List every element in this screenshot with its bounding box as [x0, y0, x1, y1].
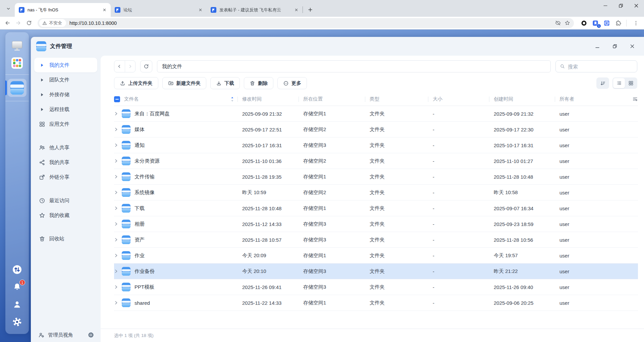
forward-button[interactable] [13, 18, 23, 28]
column-header[interactable]: 所在位置 [299, 96, 365, 102]
toolbar-button[interactable]: 下载 [210, 77, 240, 89]
sidebar-item[interactable]: 团队文件 [31, 72, 101, 87]
file-type: 文件夹 [365, 252, 428, 259]
table-row[interactable]: 下载 2025-11-28 10:48 存储空间1 文件夹 - 2025-09-… [114, 201, 638, 216]
sort-arrows-icon[interactable] [230, 96, 234, 102]
nav-forward-button[interactable] [125, 61, 136, 72]
window-close-button[interactable] [627, 41, 638, 51]
back-button[interactable] [2, 18, 13, 28]
browser-tab[interactable]: 论坛 [111, 3, 207, 17]
extension-chat-button[interactable] [602, 18, 611, 28]
column-header[interactable]: 所有者 [555, 96, 625, 102]
sidebar-item[interactable]: 远程挂载 [31, 102, 101, 117]
browser-menu-button[interactable] [631, 18, 641, 28]
toolbar-button[interactable]: 删除 [244, 77, 273, 89]
table-row[interactable]: 媒体 2025-09-17 22:51 存储空间2 文件夹 - 2025-09-… [114, 122, 638, 137]
tab-close-button[interactable] [102, 7, 107, 13]
table-row[interactable]: 通知 2025-10-17 16:31 存储空间3 文件夹 - 2025-10-… [114, 137, 638, 153]
table-row[interactable]: 文件传输 2025-11-28 19:35 存储空间1 文件夹 - 2025-1… [114, 169, 638, 185]
tab-close-button[interactable] [293, 7, 299, 13]
column-settings-button[interactable] [625, 96, 638, 102]
browser-tab[interactable]: nas - 飞牛 fnOS [15, 3, 111, 17]
expand-chevron-icon[interactable] [114, 285, 118, 289]
table-row[interactable]: shared 2025-11-22 14:33 存储空间1 文件夹 - 2025… [114, 295, 638, 311]
tab-close-button[interactable] [198, 7, 203, 13]
eye-off-button[interactable] [553, 18, 562, 28]
grid-view-button[interactable] [625, 78, 637, 88]
sidebar-item[interactable]: 我的共享 [31, 155, 101, 170]
browser-minimize-button[interactable] [598, 0, 613, 11]
sidebar-item[interactable]: 我的收藏 [31, 208, 101, 223]
window-minimize-button[interactable] [592, 41, 603, 51]
expand-chevron-icon[interactable] [114, 127, 118, 131]
table-row[interactable]: 未分类资源 2025-11-10 01:36 存储空间2 文件夹 - 2025-… [114, 153, 638, 169]
expand-chevron-icon[interactable] [114, 269, 118, 273]
new-tab-button[interactable] [306, 5, 315, 14]
expand-chevron-icon[interactable] [114, 253, 118, 258]
dock-file-manager-button[interactable] [5, 77, 29, 98]
bookmark-star-button[interactable] [562, 18, 572, 28]
extension-fnos-button[interactable]: 1 [591, 18, 600, 28]
table-row[interactable]: PPT模板 2025-11-26 09:41 存储空间3 文件夹 - 2025-… [114, 279, 638, 295]
expand-chevron-icon[interactable] [114, 190, 118, 194]
toolbar-button[interactable]: 更多 [277, 77, 307, 89]
select-all-checkbox[interactable] [114, 96, 120, 102]
list-view-button[interactable] [613, 78, 625, 88]
sidebar-item[interactable]: 外接存储 [31, 87, 101, 102]
table-row[interactable]: 系统镜像 昨天 10:59 存储空间2 文件夹 - 昨天 10:58 user [114, 185, 638, 201]
column-header[interactable]: 类型 [365, 96, 428, 102]
window-restore-button[interactable] [609, 41, 621, 51]
column-header[interactable]: 修改时间 [237, 96, 299, 102]
table-row[interactable]: 相册 2025-11-12 14:33 存储空间3 文件夹 - 2025-09-… [114, 216, 638, 232]
expand-chevron-icon[interactable] [114, 238, 118, 242]
table-row[interactable]: 作业备份 今天 20:10 存储空间3 文件夹 - 昨天 21:22 user [114, 264, 638, 279]
gear-icon[interactable] [88, 332, 94, 338]
expand-chevron-icon[interactable] [114, 206, 118, 210]
dock-transfer-button[interactable] [12, 265, 22, 275]
browser-tab[interactable]: 发表帖子 - 建议反馈 飞牛私有云 [207, 3, 303, 17]
sidebar-item[interactable]: 我的文件 [34, 58, 97, 72]
extensions-menu-button[interactable] [613, 18, 623, 28]
table-row[interactable]: 作业 今天 20:09 存储空间1 文件夹 - 今天 19:57 user [114, 248, 638, 264]
sidebar-item[interactable]: 外链分享 [31, 170, 101, 184]
expand-chevron-icon[interactable] [114, 222, 118, 226]
created-time: 今天 19:57 [489, 252, 555, 259]
expand-chevron-icon[interactable] [114, 143, 118, 147]
dock-settings-button[interactable] [12, 317, 22, 327]
column-header[interactable]: 大小 [428, 96, 489, 102]
address-bar[interactable]: 不安全 http://10.10.10.1:8000 [38, 18, 574, 28]
sort-button[interactable] [596, 77, 609, 89]
tab-list-dropdown-button[interactable] [3, 4, 13, 14]
table-row[interactable]: 来自：百度网盘 2025-09-09 21:32 存储空间1 文件夹 - 202… [114, 106, 638, 122]
dock-desktop-button[interactable] [10, 39, 24, 52]
browser-restore-button[interactable] [613, 0, 629, 11]
file-type: 文件夹 [365, 221, 428, 227]
path-input[interactable]: 我的文件 [157, 60, 551, 72]
dock-notifications-button[interactable]: 1 [12, 282, 22, 292]
column-header-name[interactable]: 文件名 [114, 96, 237, 102]
expand-chevron-icon[interactable] [114, 159, 118, 163]
extension-circle-button[interactable] [579, 18, 589, 28]
refresh-button[interactable] [140, 60, 152, 72]
file-name: 作业备份 [135, 268, 155, 275]
browser-close-button[interactable] [629, 0, 644, 11]
toolbar-button[interactable]: 新建文件夹 [162, 77, 207, 89]
grid-view-icon [628, 80, 634, 86]
table-row[interactable]: 资产 2025-11-28 10:57 存储空间3 文件夹 - 2025-11-… [114, 232, 638, 248]
site-security-chip[interactable]: 不安全 [39, 19, 66, 27]
sidebar-item[interactable]: 应用文件 [31, 117, 101, 131]
expand-chevron-icon[interactable] [114, 112, 118, 116]
column-header[interactable]: 创建时间 [489, 96, 555, 102]
reload-button[interactable] [23, 18, 34, 28]
expand-chevron-icon[interactable] [114, 301, 118, 305]
dock-app-center-button[interactable] [10, 56, 24, 70]
search-box[interactable] [555, 60, 637, 72]
search-input[interactable] [568, 64, 634, 69]
sidebar-item[interactable]: 最近访问 [31, 193, 101, 208]
sidebar-item[interactable]: 他人共享 [31, 140, 101, 155]
sidebar-item[interactable]: 回收站 [31, 231, 101, 246]
toolbar-button[interactable]: 上传文件夹 [114, 77, 158, 89]
expand-chevron-icon[interactable] [114, 175, 118, 179]
nav-back-button[interactable] [114, 61, 125, 72]
dock-user-button[interactable] [12, 299, 22, 309]
